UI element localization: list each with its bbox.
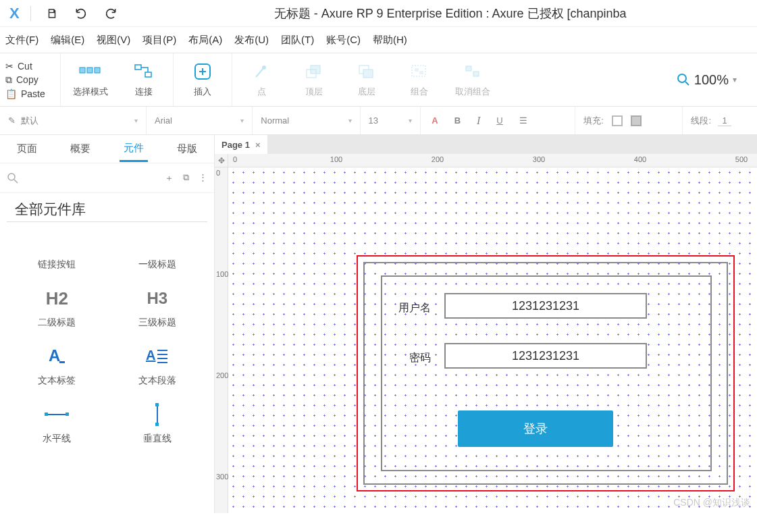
widget-label: 一级标题	[138, 259, 176, 271]
menu-project[interactable]: 项目(P)	[142, 34, 176, 47]
add-icon[interactable]: ＋	[165, 172, 174, 184]
svg-text:A: A	[146, 348, 155, 363]
bring-front-button: 顶层	[297, 61, 331, 98]
widget-list: 链接按钮 一级标题 H2二级标题 H3三级标题 A文本标签 A文本段落 水平线 …	[0, 229, 214, 445]
menu-edit[interactable]: 编辑(E)	[51, 34, 84, 47]
svg-rect-19	[59, 361, 65, 363]
clipboard-group: ✂Cut ⧉Copy 📋Paste	[0, 53, 61, 106]
canvas-label-username[interactable]: 用户名	[398, 301, 431, 315]
chevron-down-icon: ▾	[240, 117, 244, 124]
ruler-horizontal[interactable]: 0 100 200 300 400 500	[228, 154, 757, 167]
send-back-button: 底层	[350, 61, 384, 98]
bullet-list-button[interactable]: ☰	[517, 114, 530, 127]
scissors-icon: ✂	[5, 61, 14, 72]
widget-vline[interactable]: 垂直线	[114, 403, 201, 445]
connect-button[interactable]: 连接	[127, 61, 161, 98]
tab-masters[interactable]: 母版	[173, 137, 201, 161]
menu-account[interactable]: 账号(C)	[326, 34, 361, 47]
copy-button[interactable]: ⧉Copy	[4, 74, 56, 86]
underline-button[interactable]: U	[494, 114, 505, 127]
svg-point-16	[678, 74, 686, 82]
menu-publish[interactable]: 发布(U)	[234, 34, 269, 47]
widget-hline[interactable]: 水平线	[14, 403, 101, 445]
chevron-down-icon[interactable]: ▾	[733, 75, 737, 84]
close-icon[interactable]: ×	[255, 140, 261, 150]
tool-group-main: 选择模式 连接	[61, 53, 173, 106]
ruler-vertical[interactable]: 0 100 200 300	[215, 167, 228, 513]
tab-outline[interactable]: 概要	[66, 137, 95, 161]
group-icon	[411, 61, 428, 82]
tab-pages[interactable]: 页面	[13, 137, 41, 161]
select-mode-button[interactable]: 选择模式	[73, 61, 108, 98]
menu-team[interactable]: 团队(T)	[281, 34, 314, 47]
size-value: 13	[369, 115, 378, 126]
fill-border-swatch[interactable]	[612, 115, 623, 126]
ruler-tick: 300	[216, 473, 228, 481]
ungroup-icon	[464, 61, 481, 82]
redo-icon[interactable]	[104, 7, 118, 20]
menubar: 文件(F) 编辑(E) 视图(V) 项目(P) 布局(A) 发布(U) 团队(T…	[0, 27, 757, 53]
style-value: 默认	[21, 115, 38, 127]
search-icon[interactable]	[7, 172, 19, 184]
paste-button[interactable]: 📋Paste	[4, 88, 56, 100]
insert-button[interactable]: 插入	[186, 61, 219, 98]
main-area: 页面 概要 元件 母版 ＋ ⧉ ⋮ 全部元件库 链接按钮 一级标题 H2二级标题…	[0, 135, 757, 513]
save-icon[interactable]	[46, 7, 58, 20]
ruler-tick: 0	[233, 155, 237, 163]
widget-h3[interactable]: H3三级标题	[114, 287, 201, 329]
canvas-input-username[interactable]: 1231231231	[444, 293, 647, 319]
canvas-login-button[interactable]: 登录	[458, 410, 613, 447]
insert-icon	[193, 61, 212, 82]
font-selector[interactable]: Arial ▾	[147, 107, 253, 134]
canvas-input-value: 1231231231	[512, 299, 579, 313]
widget-paragraph[interactable]: A文本段落	[114, 345, 201, 387]
library-header[interactable]: 全部元件库	[7, 193, 207, 222]
hline-icon	[43, 403, 70, 426]
titlebar: X 无标题 - Axure RP 9 Enterprise Edition : …	[0, 0, 757, 27]
italic-button[interactable]: I	[474, 113, 483, 128]
chevron-down-icon: ▾	[134, 117, 138, 124]
chevron-down-icon: ▾	[409, 117, 412, 124]
widget-link-button[interactable]: 链接按钮	[14, 229, 101, 271]
menu-view[interactable]: 视图(V)	[97, 34, 130, 47]
canvas-label-password[interactable]: 密码	[409, 351, 431, 365]
text-color-button[interactable]: A	[429, 114, 440, 127]
canvas-input-password[interactable]: 1231231231	[444, 343, 647, 369]
window-title: 无标题 - Axure RP 9 Enterprise Edition : Ax…	[274, 5, 627, 22]
side-actions: ＋ ⧉ ⋮	[165, 172, 207, 184]
size-selector[interactable]: 13 ▾	[361, 107, 421, 134]
fill-color-swatch[interactable]	[631, 115, 642, 126]
widget-label: 文本段落	[138, 375, 176, 387]
menu-help[interactable]: 帮助(H)	[373, 34, 407, 47]
undo-icon[interactable]	[74, 7, 88, 20]
svg-point-17	[8, 174, 15, 180]
widget-h1[interactable]: 一级标题	[114, 229, 201, 271]
copy-label: Copy	[16, 74, 38, 85]
zoom-control[interactable]: 100% ▾	[677, 53, 737, 106]
weight-selector[interactable]: Normal ▾	[253, 107, 360, 134]
svg-rect-10	[363, 70, 373, 78]
copy-icon: ⧉	[5, 74, 12, 86]
page-tab[interactable]: Page 1 ×	[215, 135, 267, 154]
bold-button[interactable]: B	[452, 114, 463, 127]
cut-button[interactable]: ✂Cut	[4, 60, 56, 72]
widget-text-label[interactable]: A文本标签	[14, 345, 101, 387]
menu-file[interactable]: 文件(F)	[5, 34, 38, 47]
ruler-origin[interactable]: ✥	[215, 154, 228, 167]
tab-widgets[interactable]: 元件	[120, 136, 148, 162]
canvas[interactable]: 用户名 1231231231 密码 1231231231 登录	[228, 167, 757, 513]
more-icon[interactable]: ⋮	[199, 172, 207, 184]
ruler-tick: 200	[216, 371, 228, 379]
text-label-icon: A	[46, 345, 68, 368]
widget-h2[interactable]: H2二级标题	[14, 287, 101, 329]
style-selector[interactable]: ✎ 默认 ▾	[0, 107, 147, 134]
ruler-tick: 400	[634, 155, 646, 163]
ruler-tick: 0	[216, 169, 220, 177]
line-width-value[interactable]: 1	[718, 115, 731, 126]
point-label: 点	[257, 86, 266, 98]
tool-group-insert: 插入	[173, 53, 232, 106]
point-button: 点	[244, 61, 278, 98]
side-tools: ＋ ⧉ ⋮	[0, 163, 214, 193]
cards-icon[interactable]: ⧉	[183, 172, 189, 184]
menu-arrange[interactable]: 布局(A)	[188, 34, 222, 47]
